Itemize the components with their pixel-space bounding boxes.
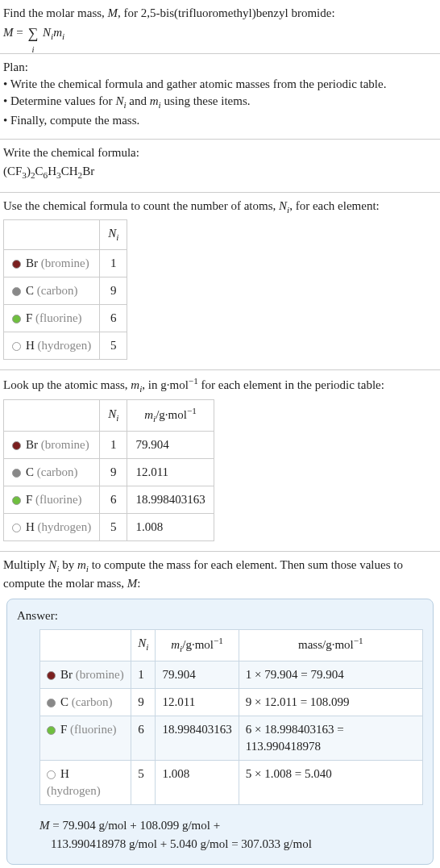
element-dot-icon [12,524,21,532]
n-value: 6 [100,305,127,332]
n-value: 9 [100,458,127,486]
answer-table: Ni mi/g·mol−1 mass/g·mol−1 Br (bromine)1… [39,629,423,805]
table-row: C (carbon)912.011 [4,458,214,486]
plan2-and: and [127,94,150,107]
n-value: 1 [100,431,127,458]
element-cell: F (fluorine) [4,305,100,332]
chemical-formula: (CF3)2C6H3CH2Br [3,163,437,182]
element-cell: Br (bromine) [4,431,100,458]
table-row: F (fluorine)6 [4,305,127,332]
table-row: Br (bromine)1 [4,250,127,278]
mul-n: N [48,558,56,571]
mass-suf: for each element in the periodic table: [198,378,384,391]
element-dot-icon [47,699,56,707]
intro-section: Find the molar mass, M, for 2,5-bis(trif… [0,0,440,54]
sigma-icon: ∑i [27,23,38,44]
element-symbol: H [60,767,69,780]
n-value: 5 [100,513,127,540]
element-name: (carbon) [68,695,113,708]
m-value: 12.011 [127,458,214,486]
table-header: Ni mi/g·mol−1 mass/g·mol−1 [40,630,423,661]
element-name: (fluorine) [67,723,116,736]
n-value: 6 [100,486,127,513]
f-p5: CH [61,165,78,177]
element-dot-icon [12,441,21,450]
mul-suf: : [137,577,140,590]
coln-sym: N [108,227,116,240]
colm-mid: /g·mol [156,408,187,421]
intro-line: Find the molar mass, M, for 2,5-bis(trif… [3,5,437,22]
element-symbol: C [26,284,34,297]
colm-sym: m [144,408,153,421]
intro-var-m: M [108,6,118,19]
mul-Mvar: M [127,577,138,590]
element-dot-icon [12,260,21,269]
element-cell: F (fluorine) [4,486,100,513]
table-row: H (hydrogen)5 [4,332,127,360]
element-name: (fluorine) [32,493,81,506]
answer-M: M [39,819,50,832]
mass-table: Ni mi/g·mol−1 Br (bromine)179.904 C (car… [3,399,214,541]
col-element [4,399,100,431]
element-cell: Br (bromine) [4,250,100,278]
intro-equation: M = ∑i Nimi [3,23,437,44]
coln-sym: N [138,636,146,649]
plan2-pre: • Determine values for [3,94,115,107]
mass-exp: −1 [189,376,198,386]
element-dot-icon [12,315,21,323]
n-value: 5 [131,761,156,805]
element-cell: F (fluorine) [40,716,131,761]
element-dot-icon [12,496,21,505]
n-value: 5 [100,332,127,360]
eq-n: N [43,26,51,39]
m-value: 79.904 [127,431,214,458]
element-name: (hydrogen) [35,520,91,533]
count-suf: , for each element: [289,199,380,212]
table-row: H (hydrogen)51.0085 × 1.008 = 5.040 [40,761,423,805]
coln-sub: i [116,232,118,242]
colm-exp: −1 [214,636,223,645]
answer-title: Answer: [17,607,423,624]
mass-calc: 5 × 1.008 = 5.040 [239,761,422,805]
element-name: (carbon) [34,284,78,297]
col-n: Ni [131,630,156,661]
element-symbol: C [60,695,68,708]
element-cell: H (hydrogen) [4,513,100,540]
element-name: (hydrogen) [35,339,91,352]
element-name: (fluorine) [32,311,81,324]
m-value: 18.998403163 [156,716,239,761]
f-p3: C [35,165,44,177]
table-row: C (carbon)912.0119 × 12.011 = 108.099 [40,689,423,716]
sigma-symbol: ∑ [27,25,38,41]
coln-sub: i [116,413,118,423]
colm-exp: −1 [187,406,197,415]
answer-box: Answer: Ni mi/g·mol−1 mass/g·mol−1 Br (b… [6,599,434,865]
answer-calc-line2: 113.990418978 g/mol + 5.040 g/mol = 307.… [39,837,312,850]
n-value: 9 [100,278,127,305]
m-value: 18.998403163 [127,486,214,513]
table-header: Ni [4,220,127,250]
n-value: 1 [131,661,156,689]
mass-m: m [131,378,139,391]
mass-mid: , in g·mol [142,378,189,391]
coln-sub: i [146,642,148,652]
element-name: (bromine) [73,668,124,681]
eq-eq: = [14,26,27,39]
element-symbol: C [26,465,34,478]
count-line: Use the chemical formula to count the nu… [3,198,437,217]
colmass-exp: −1 [354,636,363,645]
element-cell: Br (bromine) [40,661,131,689]
plan-title: Plan: [3,59,437,76]
element-cell: C (carbon) [4,278,100,305]
plan2-m: m [150,94,159,107]
mass-line: Look up the atomic mass, mi, in g·mol−1 … [3,375,437,396]
element-symbol: Br [26,438,38,451]
colm-mid: /g·mol [182,638,214,651]
element-symbol: H [26,520,35,533]
element-cell: H (hydrogen) [40,761,131,805]
col-n: Ni [100,399,127,431]
answer-sum: M = 79.904 g/mol + 108.099 g/mol + 113.9… [39,816,423,853]
eq-lhs: M [3,26,14,39]
formula-section: Write the chemical formula: (CF3)2C6H3CH… [0,140,440,193]
m-value: 1.008 [127,513,214,540]
